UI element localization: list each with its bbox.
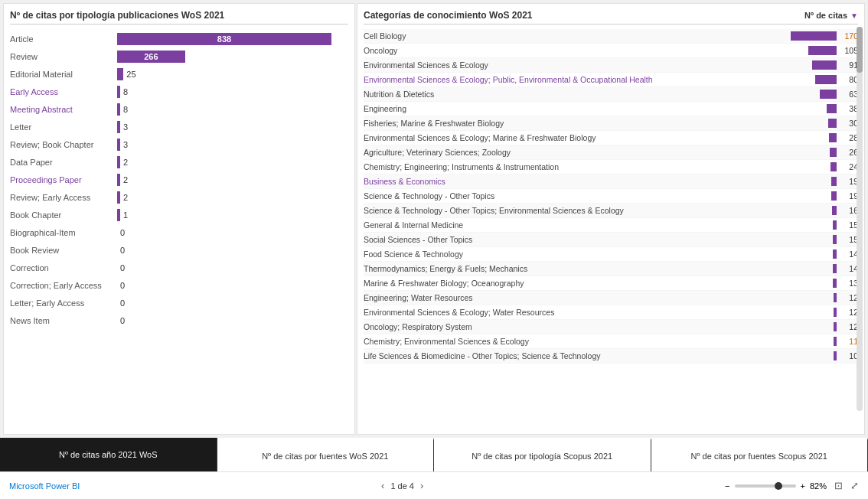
bar-row[interactable]: Proceedings Paper2 [10,171,348,188]
bar-row[interactable]: Review; Book Chapter3 [10,136,348,153]
bar-label: Book Review [10,246,117,255]
category-count: 24 [837,162,858,171]
category-row[interactable]: Fisheries; Marine & Freshwater Biology30 [364,116,858,131]
tab-1[interactable]: Nº de citas por fuentes WoS 2021 [217,438,435,471]
bar-row[interactable]: Letter3 [10,119,348,135]
category-row[interactable]: Nutrition & Dietetics63 [364,87,858,102]
bar-container: 0 [117,228,348,237]
mini-bar-container [783,162,837,171]
category-row[interactable]: Environmental Sciences & Ecology; Public… [364,73,858,87]
category-row[interactable]: Social Sciences - Other Topics15 [364,233,858,247]
mini-bar-container [783,250,837,259]
pagination: ‹ 1 de 4 › [381,480,423,491]
category-row[interactable]: Food Science & Technology14 [364,247,858,262]
bar-row[interactable]: Correction; Early Access0 [10,277,348,294]
mini-bar [820,90,837,99]
category-count: 15 [837,235,858,244]
bar-value-zero: 0 [120,246,125,255]
prev-page-button[interactable]: ‹ [381,480,384,491]
bar-value: 2 [123,193,128,202]
bar-row[interactable]: News Item0 [10,312,348,329]
category-row[interactable]: General & Internal Medicine15 [364,218,858,233]
bar-value: 1 [123,210,128,220]
bar-row[interactable]: Review266 [10,48,348,65]
mini-bar [831,177,837,186]
category-row[interactable]: Oncology; Respiratory System12 [364,320,858,334]
bar-row[interactable]: Data Paper2 [10,154,348,171]
category-row[interactable]: Thermodynamics; Energy & Fuels; Mechanic… [364,262,858,276]
bar-container: 1 [117,209,348,221]
bar-label: Letter [10,122,117,132]
category-row[interactable]: Agriculture; Veterinary Sciences; Zoolog… [364,145,858,160]
bar-label: Book Chapter [10,210,117,220]
mini-bar-container [783,220,837,230]
category-count: 26 [837,148,858,157]
bar-container: 3 [117,121,348,133]
bar-label: Review; Book Chapter [10,140,117,149]
bar-row[interactable]: Meeting Abstract8 [10,101,348,118]
bar-fill [117,156,120,168]
category-row[interactable]: Marine & Freshwater Biology; Oceanograph… [364,276,858,291]
category-row[interactable]: Science & Technology - Other Topics19 [364,189,858,204]
tab-2[interactable]: Nº de citas por tipología Scopus 2021 [434,438,651,471]
bar-row[interactable]: Article838 [10,31,348,47]
powerbi-link[interactable]: Microsoft Power BI [9,481,80,491]
bar-row[interactable]: Early Access8 [10,83,348,100]
page-indicator: 1 de 4 [390,481,414,491]
bar-row[interactable]: Book Chapter1 [10,207,348,223]
expand-icon[interactable]: ⤢ [850,480,859,491]
zoom-level: 82% [810,481,827,491]
category-count: 12 [837,308,858,317]
category-row[interactable]: Chemistry; Environmental Sciences & Ecol… [364,334,858,349]
main-container: Nº de citas por tipología publicaciones … [0,0,868,499]
bar-row[interactable]: Correction0 [10,259,348,276]
bar-fill [117,68,123,80]
bar-fill [117,139,120,151]
zoom-slider[interactable] [735,484,796,488]
category-row[interactable]: Science & Technology - Other Topics; Env… [364,204,858,218]
bar-value: 25 [126,70,135,79]
bar-row[interactable]: Editorial Material25 [10,66,348,83]
mini-bar [830,162,837,171]
zoom-thumb[interactable] [775,482,782,490]
bar-label: Correction [10,263,117,272]
category-name: Food Science & Technology [364,250,783,259]
bar-label: Letter; Early Access [10,298,117,308]
category-row[interactable]: Engineering38 [364,102,858,116]
category-row[interactable]: Engineering; Water Resources12 [364,291,858,305]
category-name: Thermodynamics; Energy & Fuels; Mechanic… [364,264,783,273]
bar-row[interactable]: Letter; Early Access0 [10,295,348,311]
zoom-minus-icon[interactable]: − [725,481,729,491]
tab-3[interactable]: Nº de citas por fuentes Scopus 2021 [651,438,869,471]
category-row[interactable]: Oncology105 [364,44,858,58]
bar-value-zero: 0 [120,298,125,308]
category-row[interactable]: Environmental Sciences & Ecology; Marine… [364,131,858,145]
bar-container: 0 [117,263,348,272]
fullscreen-icon[interactable]: ⊡ [834,480,843,491]
tab-0[interactable]: Nº de citas año 2021 WoS [0,438,217,471]
next-page-button[interactable]: › [420,480,423,491]
category-row[interactable]: Environmental Sciences & Ecology; Water … [364,305,858,320]
bar-fill: 266 [117,51,185,63]
bar-container: 2 [117,174,348,186]
bottom-tabs: Nº de citas año 2021 WoSNº de citas por … [0,438,868,471]
zoom-plus-icon[interactable]: + [801,481,805,491]
right-panel-header: Categorías de conocimiento WoS 2021 Nº d… [364,10,858,24]
bar-label: Review [10,52,117,61]
category-row[interactable]: Environmental Sciences & Ecology91 [364,58,858,73]
mini-bar-container [783,90,837,99]
scrollbar[interactable] [857,27,863,411]
sort-arrow-icon[interactable]: ▼ [850,11,858,20]
category-row[interactable]: Life Sciences & Biomedicine - Other Topi… [364,349,858,364]
category-row[interactable]: Cell Biology170 [364,29,858,44]
bar-row[interactable]: Review; Early Access2 [10,189,348,206]
bar-row[interactable]: Biographical-Item0 [10,224,348,241]
bar-label: Biographical-Item [10,228,117,237]
category-row[interactable]: Chemistry; Engineering; Instruments & In… [364,160,858,174]
category-name: Engineering [364,104,783,113]
category-count: 38 [837,104,858,113]
category-count: 105 [837,46,858,55]
scrollbar-thumb[interactable] [857,27,863,73]
category-row[interactable]: Business & Economics19 [364,174,858,189]
bar-row[interactable]: Book Review0 [10,242,348,259]
